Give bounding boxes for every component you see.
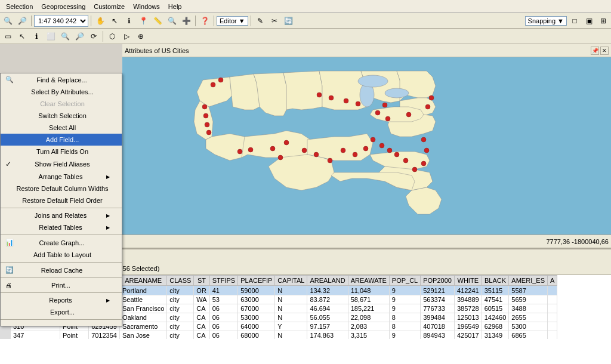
col-popcl[interactable]: POP_CL	[389, 276, 420, 286]
toolbar-search[interactable]: 🔍	[165, 14, 178, 27]
toolbar-identify[interactable]: 📍	[137, 14, 150, 27]
ctx-label: Reload Cache	[41, 267, 83, 274]
svg-point-51	[385, 116, 390, 121]
toolbar-r2-7[interactable]: ⟳	[87, 30, 100, 43]
svg-point-37	[353, 152, 357, 157]
toolbar-edit1[interactable]: ✎	[254, 14, 267, 27]
svg-point-34	[314, 152, 319, 157]
ctx-add-table-layout[interactable]: Add Table to Layout	[1, 249, 122, 261]
toolbar-r2-4[interactable]: ⬜	[44, 30, 57, 43]
ctx-label: Arrange Tables	[39, 173, 83, 180]
ctx-label: Export...	[50, 309, 75, 316]
toolbar-zoom-out[interactable]: 🔎	[16, 14, 29, 27]
menu-selection[interactable]: Selection	[2, 2, 36, 11]
toolbar-r2-2[interactable]: ↖	[16, 30, 29, 43]
map-states	[194, 71, 442, 214]
arrow-icon: ▶	[106, 225, 110, 230]
toolbar-info[interactable]: ℹ	[122, 14, 135, 27]
zoom-level-dropdown[interactable]: 1:47 340 242	[34, 15, 88, 27]
col-more[interactable]: A	[548, 276, 557, 286]
snap-btn3[interactable]: ⊞	[597, 14, 610, 27]
col-class[interactable]: CLASS	[167, 276, 194, 286]
toolbar-edit3[interactable]: 🔄	[282, 14, 295, 27]
sep5	[251, 16, 251, 26]
toolbar-add[interactable]: ➕	[180, 14, 193, 27]
ctx-label: Related Tables	[39, 224, 82, 231]
snap-btn2[interactable]: ▣	[582, 14, 595, 27]
col-capital[interactable]: CAPITAL	[275, 276, 307, 286]
toolbar-pan[interactable]: ✋	[94, 14, 107, 27]
toolbar-r2-8[interactable]: ⬡	[106, 30, 119, 43]
svg-point-41	[387, 148, 392, 153]
toolbar-zoom-in[interactable]: 🔍	[1, 14, 14, 27]
toolbar-r2-3[interactable]: ℹ	[30, 30, 43, 43]
table-row[interactable]: 347Point7012354San JosecityCA0668000N174…	[1, 331, 557, 340]
toolbar-r2-5[interactable]: 🔍	[58, 30, 72, 43]
ctx-turn-all-fields[interactable]: Turn All Fields On	[1, 146, 122, 158]
ctx-create-graph[interactable]: 📊 Create Graph...	[1, 236, 122, 249]
check-icon: ✓	[5, 160, 15, 168]
col-pop2000[interactable]: POP2000	[421, 276, 455, 286]
ctx-label: Restore Default Field Order	[22, 197, 103, 204]
svg-point-29	[248, 147, 253, 152]
col-white[interactable]: WHITE	[454, 276, 482, 286]
svg-point-40	[379, 143, 384, 148]
ctx-related-tables[interactable]: Related Tables ▶	[1, 221, 122, 233]
col-ameries[interactable]: AMERI_ES	[509, 276, 548, 286]
ctx-restore-field[interactable]: Restore Default Field Order	[1, 195, 122, 206]
ctx-print[interactable]: 🖨 Print...	[1, 279, 122, 291]
col-arealand[interactable]: AREALAND	[307, 276, 348, 286]
menu-customize[interactable]: Customize	[90, 2, 128, 11]
menu-windows[interactable]: Windows	[129, 2, 163, 11]
ctx-select-all[interactable]: Select All	[1, 122, 122, 134]
toolbar-measure[interactable]: 📏	[151, 14, 164, 27]
ctx-add-field[interactable]: Add Field...	[1, 134, 122, 146]
col-st[interactable]: ST	[194, 276, 209, 286]
menu-geoprocessing[interactable]: Geoprocessing	[38, 2, 89, 11]
editor-dropdown[interactable]: Editor ▼	[217, 16, 248, 26]
col-stfips[interactable]: STFIPS	[209, 276, 238, 286]
panel-pin[interactable]: 📌	[591, 47, 599, 55]
col-black[interactable]: BLACK	[482, 276, 509, 286]
toolbar-help[interactable]: ❓	[198, 14, 211, 27]
svg-point-47	[424, 148, 429, 153]
ctx-show-aliases[interactable]: ✓ Show Field Aliases	[1, 158, 122, 171]
map-view[interactable]: Attributes of US Cities 📌 ✕	[122, 44, 611, 235]
svg-marker-9	[269, 155, 334, 190]
col-placefip[interactable]: PLACEFIP	[238, 276, 275, 286]
toolbar-r2-9[interactable]: ▷	[120, 30, 133, 43]
ctx-joins-relates[interactable]: Joins and Relates ▶	[1, 209, 122, 221]
ctx-appearance[interactable]	[1, 321, 122, 326]
panel-titlebar: Attributes of US Cities 📌 ✕	[122, 44, 611, 57]
ctx-clear-selection[interactable]: Clear Selection	[1, 98, 122, 110]
menu-help[interactable]: Help	[165, 2, 186, 11]
ctx-find-replace[interactable]: 🔍 Find & Replace...	[1, 73, 122, 86]
ctx-restore-col[interactable]: Restore Default Column Widths	[1, 183, 122, 195]
ctx-reload-cache[interactable]: 🔄 Reload Cache	[1, 264, 122, 276]
ctx-export[interactable]: Export...	[1, 306, 122, 318]
print-icon: 🖨	[5, 282, 12, 289]
toolbar-r2-10[interactable]: ⊕	[134, 30, 147, 43]
ctx-arrange-tables[interactable]: Arrange Tables ▶	[1, 171, 122, 183]
panel-close[interactable]: ✕	[600, 47, 609, 55]
toolbar-select[interactable]: ↖	[108, 14, 121, 27]
toolbar-edit2[interactable]: ✂	[268, 14, 281, 27]
svg-point-56	[329, 95, 334, 100]
snap-btn1[interactable]: □	[568, 14, 581, 27]
toolbar-r2-6[interactable]: 🔎	[73, 30, 86, 43]
svg-point-49	[425, 104, 430, 109]
snapping-dropdown[interactable]: Snapping ▼	[525, 16, 567, 26]
sep6	[1, 319, 122, 320]
col-areawate[interactable]: AREAWATE	[348, 276, 389, 286]
ctx-select-by-attr[interactable]: Select By Attributes...	[1, 86, 122, 98]
svg-point-48	[429, 95, 434, 100]
svg-point-19	[385, 88, 409, 98]
svg-point-53	[382, 103, 387, 107]
svg-marker-4	[254, 73, 286, 116]
col-areaname[interactable]: AREANAME	[119, 276, 166, 286]
sep-r2	[103, 31, 103, 42]
ctx-switch-selection[interactable]: Switch Selection	[1, 110, 122, 122]
toolbar-r2-1[interactable]: ▭	[1, 30, 14, 43]
ctx-reports[interactable]: Reports ▶	[1, 294, 122, 306]
svg-point-50	[406, 112, 411, 117]
